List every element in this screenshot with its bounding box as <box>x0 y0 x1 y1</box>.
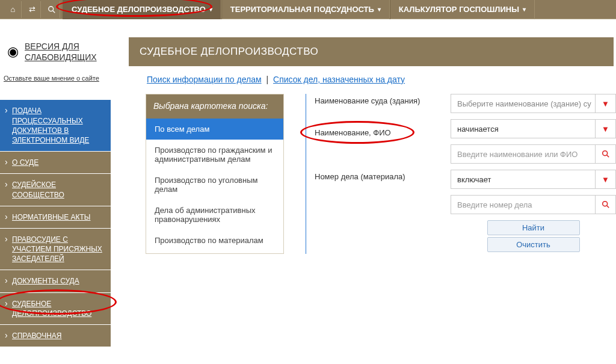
sidebar-item-info[interactable]: СПРАВОЧНАЯ <box>0 325 111 347</box>
chevron-down-icon: ▾ <box>378 6 381 13</box>
search-form: Выберите наименование (здание) су ▼ начи… <box>451 94 616 254</box>
input-case[interactable] <box>451 196 595 214</box>
filing-type-panel: Выбрана картотека поиска: По всем делам … <box>146 94 284 254</box>
sidebar-item-about[interactable]: О СУДЕ <box>0 152 111 174</box>
filing-type-heading: Выбрана картотека поиска: <box>146 94 283 119</box>
svg-point-4 <box>602 202 607 206</box>
search-icon[interactable] <box>43 1 60 18</box>
sidebar-item-docs[interactable]: ДОКУМЕНТЫ СУДА <box>0 270 111 292</box>
label-court: Наименование суда (здания) <box>315 96 429 105</box>
sidebar-item-proceedings[interactable]: СУДЕБНОЕ ДЕЛОПРОИЗВОДСТВО <box>0 293 111 325</box>
select-case-mode-value: включает <box>451 175 595 184</box>
nav-fee-calculator[interactable]: КАЛЬКУЛЯТОР ГОСПОШЛИНЫ ▾ <box>390 0 535 19</box>
nav-court-proceedings[interactable]: СУДЕБНОЕ ДЕЛОПРОИЗВОДСТВО ▾ <box>63 0 221 19</box>
filing-option-admin[interactable]: Дела об административных правонарушениях <box>146 200 283 230</box>
eye-icon: ◉ <box>7 44 19 60</box>
accessibility-link[interactable]: ◉ ВЕРСИЯ ДЛЯ СЛАБОВИДЯЩИХ <box>0 37 111 69</box>
input-name[interactable] <box>451 145 595 163</box>
filing-option-criminal[interactable]: Производство по уголовным делам <box>146 170 283 200</box>
side-menu: ПОДАЧА ПРОЦЕССУАЛЬНЫХ ДОКУМЕНТОВ В ЭЛЕКТ… <box>0 100 111 347</box>
accessibility-label[interactable]: ВЕРСИЯ ДЛЯ СЛАБОВИДЯЩИХ <box>25 41 105 63</box>
label-caseno: Номер дела (материала) <box>315 172 429 181</box>
nav-label: СУДЕБНОЕ ДЕЛОПРОИЗВОДСТВО <box>72 5 206 14</box>
dropdown-icon[interactable]: ▼ <box>595 120 615 138</box>
filing-option-all[interactable]: По всем делам <box>146 119 283 140</box>
main-content: СУДЕБНОЕ ДЕЛОПРОИЗВОДСТВО Поиск информац… <box>111 37 616 347</box>
field-labels: Наименование суда (здания) Наименование,… <box>306 94 429 254</box>
sidebar-item-jury[interactable]: ПРАВОСУДИЕ С УЧАСТИЕМ ПРИСЯЖНЫХ ЗАСЕДАТЕ… <box>0 229 111 271</box>
find-button[interactable]: Найти <box>487 220 580 235</box>
sub-links: Поиск информации по делам | Список дел, … <box>129 66 616 94</box>
search-icon[interactable] <box>595 145 615 163</box>
nav-label: КАЛЬКУЛЯТОР ГОСПОШЛИНЫ <box>399 5 519 14</box>
sidebar-item-efile[interactable]: ПОДАЧА ПРОЦЕССУАЛЬНЫХ ДОКУМЕНТОВ В ЭЛЕКТ… <box>0 100 111 152</box>
nav-jurisdiction[interactable]: ТЕРРИТОРИАЛЬНАЯ ПОДСУДНОСТЬ ▾ <box>221 0 390 19</box>
feedback-link[interactable]: Оставьте ваше мнение о сайте <box>0 69 111 88</box>
top-navbar: ⌂ ⇄ СУДЕБНОЕ ДЕЛОПРОИЗВОДСТВО ▾ ТЕРРИТОР… <box>0 0 616 19</box>
sidebar-item-acts[interactable]: НОРМАТИВНЫЕ АКТЫ <box>0 206 111 229</box>
nav-label: ТЕРРИТОРИАЛЬНАЯ ПОДСУДНОСТЬ <box>230 5 374 14</box>
select-case-mode[interactable]: включает ▼ <box>451 170 616 189</box>
svg-line-3 <box>606 155 609 158</box>
sitemap-icon[interactable]: ⇄ <box>24 1 41 18</box>
input-case-wrap <box>451 195 616 214</box>
svg-point-0 <box>48 6 53 11</box>
chevron-down-icon: ▾ <box>523 6 526 13</box>
filing-option-civil[interactable]: Производство по гражданским и администра… <box>146 140 283 170</box>
select-court-placeholder: Выберите наименование (здание) су <box>451 99 595 108</box>
svg-line-1 <box>52 10 55 13</box>
label-name: Наименование, ФИО <box>315 128 429 137</box>
link-case-search[interactable]: Поиск информации по делам <box>147 75 262 84</box>
sidebar-item-community[interactable]: СУДЕЙСКОЕ СООБЩЕСТВО <box>0 174 111 206</box>
select-name-mode-value: начинается <box>451 125 595 134</box>
select-name-mode[interactable]: начинается ▼ <box>451 119 616 138</box>
svg-point-2 <box>602 151 607 156</box>
home-icon[interactable]: ⌂ <box>5 1 22 18</box>
input-name-wrap <box>451 144 616 164</box>
left-column: ◉ ВЕРСИЯ ДЛЯ СЛАБОВИДЯЩИХ Оставьте ваше … <box>0 37 111 347</box>
search-icon[interactable] <box>595 196 615 214</box>
filing-option-materials[interactable]: Производство по материалам <box>146 230 283 251</box>
select-court[interactable]: Выберите наименование (здание) су ▼ <box>451 94 616 113</box>
clear-button[interactable]: Очистить <box>487 237 580 252</box>
chevron-down-icon: ▾ <box>209 6 212 13</box>
svg-line-5 <box>606 206 609 208</box>
page-title: СУДЕБНОЕ ДЕЛОПРОИЗВОДСТВО <box>129 37 614 66</box>
link-case-list[interactable]: Список дел, назначенных на дату <box>273 75 405 84</box>
dropdown-icon[interactable]: ▼ <box>595 170 615 188</box>
dropdown-icon[interactable]: ▼ <box>595 94 615 113</box>
